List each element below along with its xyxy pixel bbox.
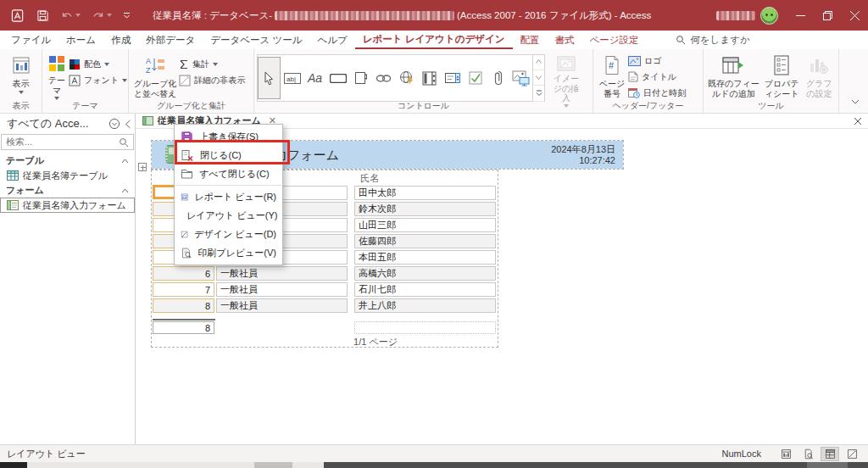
nav-item-employee-form[interactable]: 従業員名簿入力フォーム [0,198,135,213]
tab-control[interactable] [349,59,372,97]
cell-name-row8[interactable]: 井上八郎 [354,298,496,313]
cell-id-row6[interactable]: 6 [153,266,214,281]
status-report-view-button[interactable] [776,447,795,461]
title-button[interactable]: タイトル [628,70,686,84]
nav-item-employee-table[interactable]: 従業員名簿テーブル [0,168,135,183]
cell-name-row7[interactable]: 石川七郎 [354,282,496,297]
report-time[interactable]: 10:27:42 [475,155,615,165]
gallery-scroll-up[interactable] [533,54,544,70]
nav-menu-icon[interactable] [108,118,120,130]
restore-button[interactable] [814,0,841,31]
themes-button[interactable]: テーマ [45,52,69,101]
tab-arrange[interactable]: 配置 [513,31,548,49]
menu-item-print-preview[interactable]: 印刷プレビュー(V) [175,243,282,262]
textbox-control[interactable]: ab| [281,59,303,97]
cell-id-row7[interactable]: 7 [153,282,214,297]
totals-button[interactable]: 集計 [179,57,245,71]
cell-name-row1[interactable]: 田中太郎 [354,186,496,200]
record-count-cell[interactable]: 8 [153,321,214,334]
hide-details-button[interactable]: 詳細の非表示 [179,73,245,87]
status-print-preview-button[interactable] [798,447,817,461]
tab-help[interactable]: ヘルプ [309,31,354,49]
gallery-scrollbar [532,54,544,102]
ribbon-group-grouping: AZ グループ化と並べ替え 集計 詳細の非表示 グループ化と集計 [129,49,254,113]
cell-name-row6[interactable]: 高橋六郎 [354,266,496,281]
sigma-icon [179,59,189,70]
tell-me-box[interactable]: 何をしますか [676,34,750,47]
ribbon-group-controls: ab| Aa [254,49,593,113]
group-sort-icon: AZ [144,53,166,77]
fonts-button[interactable]: フォント [69,73,127,87]
hyperlink-control[interactable] [372,59,395,97]
taskbar-dark-fragment [324,462,868,468]
web-browser-icon [399,70,415,86]
menu-item-design-view[interactable]: デザイン ビュー(D) [175,225,282,243]
select-control[interactable] [258,57,281,99]
status-layout-view-button[interactable] [821,447,839,461]
image-control[interactable] [509,59,532,97]
cell-role-row6[interactable]: 一般社員 [216,266,348,281]
customize-qat-icon[interactable] [123,12,131,20]
nav-section-tables[interactable]: テーブル [0,153,135,168]
checkbox-control[interactable] [464,59,487,97]
button-control[interactable] [326,59,349,97]
nav-section-forms[interactable]: フォーム [0,183,135,198]
cell-name-row2[interactable]: 鈴木次郎 [354,202,496,216]
view-button[interactable]: 表示 [9,52,33,101]
tab-page-setup[interactable]: ページ設定 [582,31,647,49]
pointer-icon [263,71,275,86]
date-time-button[interactable]: 日付と時刻 [628,86,686,100]
nav-search-box[interactable]: 検索... [1,134,134,150]
property-sheet-button[interactable]: プロパティシート [761,52,803,101]
tab-format[interactable]: 書式 [548,31,582,49]
tab-database-tools[interactable]: データベース ツール [203,31,309,49]
web-browser-control[interactable] [395,59,418,97]
combobox-control[interactable] [441,59,464,97]
close-button[interactable] [841,0,868,31]
chevron-up-icon [121,159,129,164]
gallery-scroll-down[interactable] [533,70,544,86]
svg-text:Z: Z [146,66,151,75]
nav-collapse-icon[interactable] [125,120,131,129]
menu-item-report-view[interactable]: レポート ビュー(R) [175,187,282,206]
tab-external-data[interactable]: 外部データ [138,31,203,49]
column-header-name[interactable]: 氏名 [360,172,379,185]
colors-button[interactable]: 配色 [69,57,127,71]
status-design-view-button[interactable] [843,447,861,461]
layout-move-handle[interactable] [138,163,147,171]
page-number-icon: # [604,53,620,77]
user-avatar[interactable] [760,7,778,25]
navigation-control[interactable] [418,59,441,97]
access-app-icon[interactable] [11,8,25,23]
cell-name-row4[interactable]: 佐藤四郎 [354,234,496,248]
minimize-button[interactable] [787,0,814,31]
design-view-icon [181,228,188,241]
tab-report-layout-design[interactable]: レポート レイアウトのデザイン [355,31,513,49]
cell-name-row3[interactable]: 山田三郎 [354,218,496,232]
combobox-icon [445,73,460,83]
attachment-control[interactable] [487,59,509,97]
collapse-ribbon-icon[interactable] [851,92,860,108]
page-number-button[interactable]: # ページ番号 [596,52,628,101]
redo-icon[interactable] [92,10,112,21]
cell-name-row5[interactable]: 本田五郎 [354,250,496,265]
page-number-text[interactable]: 1/1 ページ [303,336,448,348]
menu-item-close-all[interactable]: すべて閉じる(C) [175,164,282,183]
tab-create[interactable]: 作成 [103,31,138,49]
cell-role-row8[interactable]: 一般社員 [216,298,348,313]
tab-home[interactable]: ホーム [58,31,103,49]
undo-icon[interactable] [60,10,81,21]
report-date[interactable]: 2024年8月13日 [475,143,615,156]
tab-control-icon [354,71,368,85]
label-control[interactable]: Aa [303,59,326,97]
tab-file[interactable]: ファイル [3,31,58,49]
cell-id-row8[interactable]: 8 [153,298,214,313]
save-icon[interactable] [36,9,49,22]
logo-button[interactable]: ロゴ [628,53,686,68]
cell-role-row7[interactable]: 一般社員 [216,282,348,297]
close-object-icon[interactable] [854,114,862,129]
add-existing-fields-button[interactable]: 既存のフィールドの追加 [706,52,761,101]
nav-pane-title: すべての Acce... [7,116,108,131]
menu-item-layout-view[interactable]: レイアウト ビュー(Y) [175,206,282,225]
group-and-sort-button[interactable]: AZ グループ化と並べ替え [131,52,179,101]
